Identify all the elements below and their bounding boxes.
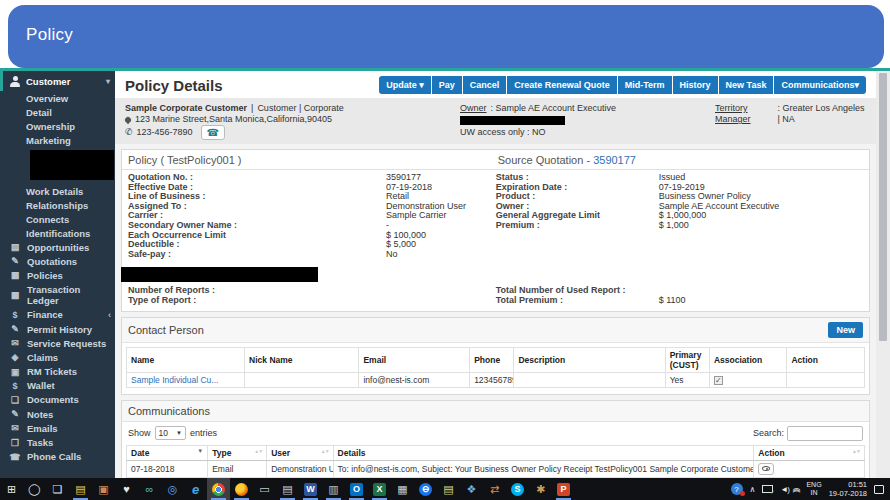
windows-taskbar: ⊞ ◯ ❏ ▤ ▣ ♥ ∞ ◎ e ▭ ▤ W ▥ O X ▦ ⊖ ▤ ❖ ⇄ …: [0, 478, 890, 500]
cancel-button[interactable]: Cancel: [463, 76, 507, 94]
language-line2: IN: [806, 489, 821, 497]
field-label: Safe-pay :: [128, 250, 386, 260]
eye-icon: [762, 466, 770, 471]
action-center-icon[interactable]: [874, 485, 884, 494]
sidebar-item-rm-tickets[interactable]: ▣ RM Tickets: [0, 365, 115, 379]
sidebar-item-quotations[interactable]: ✎ Quotations: [0, 254, 115, 268]
store-button[interactable]: ▣: [92, 478, 115, 500]
update-button[interactable]: Update ▾: [379, 76, 431, 94]
sidebar-item-overview[interactable]: Overview: [0, 91, 115, 105]
col-header-date-sortable[interactable]: Date ▼: [127, 445, 208, 460]
cortana-button[interactable]: ◯: [23, 478, 46, 500]
task-view-button[interactable]: ❏: [46, 478, 69, 500]
powerpoint-button[interactable]: P: [552, 478, 575, 500]
exchange-icon: ⇄: [490, 483, 499, 496]
help-notification-icon[interactable]: ?: [731, 483, 743, 495]
excel-button[interactable]: X: [368, 478, 391, 500]
notepad-icon: ▤: [443, 483, 453, 496]
phone-icon: ☎: [9, 452, 21, 462]
infinity-app-button[interactable]: ∞: [138, 478, 161, 500]
paw-app-button[interactable]: ✱: [529, 478, 552, 500]
target-app-button[interactable]: ◎: [161, 478, 184, 500]
sidebar-item-connects[interactable]: Connects: [0, 212, 115, 226]
sidebar-item-identifications[interactable]: Identifications: [0, 226, 115, 240]
scrollbar-thumb[interactable]: [879, 73, 887, 341]
exchange-app-button[interactable]: ⇄: [483, 478, 506, 500]
heart-app-button[interactable]: ♥: [115, 478, 138, 500]
col-header-action-sortable[interactable]: Action ▲▼: [754, 445, 865, 460]
sidebar-item-label: Phone Calls: [27, 451, 81, 462]
cell-description: [514, 372, 665, 387]
network-status-icon[interactable]: [762, 485, 773, 493]
col-header-date: Date: [131, 448, 149, 458]
sidebar-item-detail[interactable]: Detail: [0, 105, 115, 119]
vertical-scrollbar[interactable]: [876, 71, 890, 478]
calculator-button[interactable]: ▦: [391, 478, 414, 500]
policy-panel: Policy ( TestPolicy001 ) Source Quotatio…: [121, 149, 870, 312]
bird-app-button[interactable]: ❖: [460, 478, 483, 500]
start-button[interactable]: ⊞: [0, 478, 23, 500]
sidebar-item-transaction-ledger[interactable]: ▦ Transaction Ledger: [0, 283, 115, 308]
history-button[interactable]: History: [673, 76, 718, 94]
communications-button[interactable]: Communications▾: [774, 76, 866, 94]
chrome-button[interactable]: [207, 478, 230, 500]
search-input[interactable]: [787, 426, 863, 441]
edge-button[interactable]: e: [184, 478, 207, 500]
view-button[interactable]: [758, 463, 774, 475]
sidebar-item-tasks[interactable]: ❐ Tasks: [0, 435, 115, 449]
customer-name: Sample Corporate Customer: [125, 103, 247, 114]
divider: |: [251, 103, 253, 114]
language-indicator[interactable]: ENG IN: [806, 481, 821, 497]
remote-desktop-button[interactable]: ▭: [253, 478, 276, 500]
col-header-details-label: Details: [338, 448, 366, 458]
sidebar-item-phone-calls[interactable]: ☎ Phone Calls: [0, 450, 115, 464]
clock[interactable]: 01:51 19-07-2018: [829, 480, 867, 498]
sql-app-button[interactable]: ▥: [322, 478, 345, 500]
monitor-icon: ▭: [259, 483, 269, 496]
sidebar-item-customer[interactable]: Customer ▾: [0, 71, 115, 91]
sidebar-item-opportunities[interactable]: ▤ Opportunities: [0, 240, 115, 254]
app-banner: Policy: [8, 5, 884, 68]
pay-button[interactable]: Pay: [432, 76, 462, 94]
new-task-button[interactable]: New Task: [719, 76, 774, 94]
sidebar-item-work-details[interactable]: Work Details: [0, 184, 115, 198]
sidebar-item-wallet[interactable]: $ Wallet: [0, 379, 115, 393]
file-explorer-button[interactable]: ▤: [69, 478, 92, 500]
sidebar-item-service-requests[interactable]: ✉ Service Requests: [0, 336, 115, 350]
territory-manager-value: : Greater Los Angeles | NA: [777, 103, 866, 125]
col-header-user-sortable[interactable]: User ▲▼: [267, 445, 333, 460]
mid-term-button[interactable]: Mid-Term: [618, 76, 672, 94]
tray-chevron-up-icon[interactable]: ∧: [750, 485, 756, 494]
create-renewal-quote-button[interactable]: Create Renewal Quote: [507, 76, 617, 94]
sidebar-item-marketing[interactable]: Marketing: [0, 133, 115, 147]
sidebar-item-documents[interactable]: ❏ Documents: [0, 393, 115, 407]
col-header-type-sortable[interactable]: Type ▲▼: [208, 445, 267, 460]
word-button[interactable]: W: [299, 478, 322, 500]
sidebar-item-finance[interactable]: $ Finance ‹: [0, 308, 115, 322]
sidebar-item-policies[interactable]: ▦ Policies: [0, 268, 115, 282]
notes-app-button[interactable]: ▤: [437, 478, 460, 500]
onenote-button[interactable]: ▤: [276, 478, 299, 500]
source-quotation-link[interactable]: 3590177: [593, 154, 636, 166]
sidebar-item-emails[interactable]: ✉ Emails: [0, 421, 115, 435]
contact-name-link[interactable]: Sample Individual Cu...: [131, 375, 218, 385]
call-button[interactable]: ☎: [201, 125, 225, 140]
sidebar-item-notes[interactable]: ✎ Notes: [0, 407, 115, 421]
infinity-icon: ∞: [146, 483, 154, 495]
skype-button[interactable]: S: [506, 478, 529, 500]
sidebar-item-label: Quotations: [27, 256, 77, 267]
sidebar-item-relationships[interactable]: Relationships: [0, 198, 115, 212]
association-checkbox[interactable]: ✓: [714, 376, 723, 385]
sidebar-item-permit-history[interactable]: ✎ Permit History: [0, 322, 115, 336]
wifi-icon[interactable]: (((: [793, 487, 802, 491]
volume-icon[interactable]: ◄): [780, 485, 789, 494]
entries-select[interactable]: 10 ▼: [155, 426, 186, 440]
sidebar-item-claims[interactable]: ◈ Claims: [0, 350, 115, 364]
new-contact-button[interactable]: New: [828, 322, 863, 338]
sidebar-item-ownership[interactable]: Ownership: [0, 119, 115, 133]
outlook-button[interactable]: O: [345, 478, 368, 500]
firefox-button[interactable]: [230, 478, 253, 500]
powerpoint-icon: P: [557, 483, 570, 496]
envelope-icon: ✉: [9, 423, 21, 433]
teamviewer-button[interactable]: ⊖: [414, 478, 437, 500]
